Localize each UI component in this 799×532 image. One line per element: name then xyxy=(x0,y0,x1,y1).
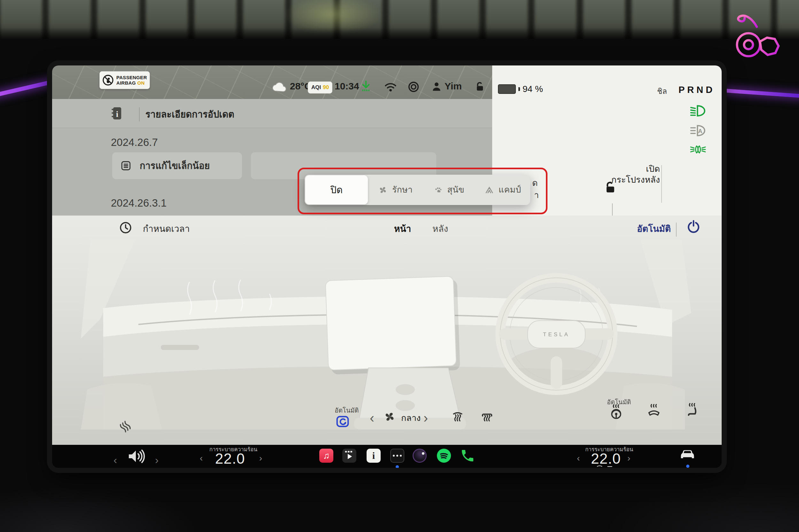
airbag-off-icon xyxy=(102,74,114,86)
auto-high-beam-icon[interactable]: A xyxy=(690,124,706,137)
update-download-icon[interactable] xyxy=(360,79,372,94)
schedule-button[interactable]: กำหนดเวลา xyxy=(143,223,190,234)
ambient-led-strip-right xyxy=(723,89,799,98)
driver-temp-up[interactable]: › xyxy=(259,454,262,463)
panel-tick xyxy=(612,204,613,215)
airbag-on-state: ON xyxy=(137,80,144,86)
volume-icon[interactable] xyxy=(126,448,145,464)
passenger-airbag-text: PASSENGER AIRBAG ON xyxy=(116,75,147,86)
low-beam-icon[interactable] xyxy=(690,104,706,117)
bullseye-icon[interactable] xyxy=(407,81,420,93)
battery-tip xyxy=(519,87,520,91)
svg-text:A: A xyxy=(698,128,703,134)
weather-cloud-icon xyxy=(270,81,288,94)
passenger-temp-down[interactable]: ‹ xyxy=(577,454,580,463)
volume-up-chevron[interactable]: › xyxy=(155,454,159,465)
vehicle-controls-icon[interactable] xyxy=(679,447,696,461)
parking-lights-icon[interactable] xyxy=(690,143,706,156)
battery-status[interactable]: 94 % xyxy=(498,84,543,94)
driver-temp-value[interactable]: 22.0 xyxy=(215,450,245,467)
recirc-auto-label: อัตโนมัติ xyxy=(334,406,359,415)
profile-person-icon[interactable] xyxy=(430,80,443,93)
gear-selector[interactable]: PRND xyxy=(678,84,715,95)
air-recirculation-icon[interactable] xyxy=(335,414,350,429)
phone-app-icon[interactable] xyxy=(460,448,475,463)
unlocked-icon xyxy=(602,180,617,194)
release-notes-button[interactable]: การแก้ไขเล็กน้อย xyxy=(112,152,242,179)
left-footwell-heat-icon[interactable] xyxy=(119,420,132,433)
chill-mode-label: ชิล xyxy=(657,87,667,96)
update-panel-header: i รายละเอียดการอัปเดต xyxy=(52,99,492,128)
more-apps-icon[interactable] xyxy=(390,449,404,463)
aqi-badge[interactable]: AQI 90 xyxy=(308,81,332,94)
trunk-open-label: เปิด xyxy=(646,164,660,174)
car-interior-photo: i รายละเอียดการอัปเดต 2024.26.7 การแก้ไข… xyxy=(0,0,799,532)
update-info-icon: i xyxy=(111,106,123,121)
battery-icon xyxy=(498,84,516,94)
trunk-name-label: กระโปรงหลัง xyxy=(612,175,660,185)
svg-text:i: i xyxy=(116,110,118,118)
hvac-power-icon[interactable] xyxy=(686,220,701,234)
passenger-temp-up[interactable]: › xyxy=(628,454,630,463)
battery-percent: 94 % xyxy=(523,84,543,94)
notes-list-icon xyxy=(121,160,131,171)
clock-time: 10:34 xyxy=(334,81,359,92)
driver-temp-down[interactable]: ‹ xyxy=(200,454,203,463)
release-notes-app-icon[interactable]: i xyxy=(367,449,381,463)
rear-trunk-control[interactable]: เปิด กระโปรงหลัง xyxy=(576,164,660,186)
heated-wiper-icon[interactable] xyxy=(647,403,661,419)
lock-open-icon[interactable] xyxy=(473,80,486,93)
tab-front[interactable]: หน้า xyxy=(394,223,411,234)
volume-down-chevron[interactable]: ‹ xyxy=(113,454,117,465)
hvac-auto-label[interactable]: อัตโนมัติ xyxy=(637,223,671,234)
rear-defrost-active-icon xyxy=(606,464,614,468)
heated-seat-icon[interactable] xyxy=(685,402,700,418)
panel-divider xyxy=(661,165,662,203)
header-divider xyxy=(139,107,140,121)
fan-increase-chevron[interactable]: › xyxy=(423,410,428,426)
climate-fullscreen-panel: กำหนดเวลา หน้า หลัง อัตโนมัติ xyxy=(52,215,722,445)
steering-wheel: TESLA xyxy=(500,278,613,390)
profile-name[interactable]: Yim xyxy=(444,81,462,92)
window-view xyxy=(0,0,799,39)
fan-decrease-chevron[interactable]: ‹ xyxy=(370,410,374,426)
spotify-app-icon[interactable] xyxy=(437,449,451,463)
theater-app-icon[interactable] xyxy=(342,449,356,463)
svg-text:TESLA: TESLA xyxy=(543,331,570,338)
wifi-icon[interactable] xyxy=(384,81,397,92)
window-fade xyxy=(0,27,799,39)
hvac-divider xyxy=(676,223,677,236)
aqi-label: AQI xyxy=(311,84,321,91)
heated-steering-wheel-icon[interactable] xyxy=(609,404,623,419)
fan-speed-icon xyxy=(383,410,396,423)
front-defrost-active-icon xyxy=(595,464,604,468)
more-apps-notification-dot xyxy=(396,465,399,468)
front-defrost-icon[interactable] xyxy=(451,410,465,423)
passenger-airbag-badge: PASSENGER AIRBAG ON xyxy=(99,71,150,89)
music-app-icon[interactable]: ♫ xyxy=(319,449,333,463)
previous-version: 2024.26.3.1 xyxy=(111,196,166,209)
fan-level-value: กลาง xyxy=(401,413,421,424)
rear-defrost-icon[interactable] xyxy=(480,410,494,423)
release-notes-label: การแก้ไขเล็กน้อย xyxy=(140,160,210,171)
lens-app-icon[interactable] xyxy=(413,449,427,463)
tesla-touchscreen: i รายละเอียดการอัปเดต 2024.26.7 การแก้ไข… xyxy=(52,65,722,468)
beartai-mascot-logo xyxy=(732,7,786,71)
interior-render: TESLA xyxy=(81,240,691,430)
vehicle-notification-dot xyxy=(686,464,689,468)
play-icon xyxy=(343,449,356,462)
update-panel-title: รายละเอียดการอัปเดต xyxy=(145,109,234,120)
red-annotation-box xyxy=(297,168,547,214)
tab-rear[interactable]: หลัง xyxy=(432,223,448,234)
aqi-value: 90 xyxy=(323,84,329,91)
schedule-clock-icon xyxy=(119,221,132,234)
spotify-arcs-icon xyxy=(437,449,451,463)
current-version: 2024.26.7 xyxy=(111,136,158,149)
